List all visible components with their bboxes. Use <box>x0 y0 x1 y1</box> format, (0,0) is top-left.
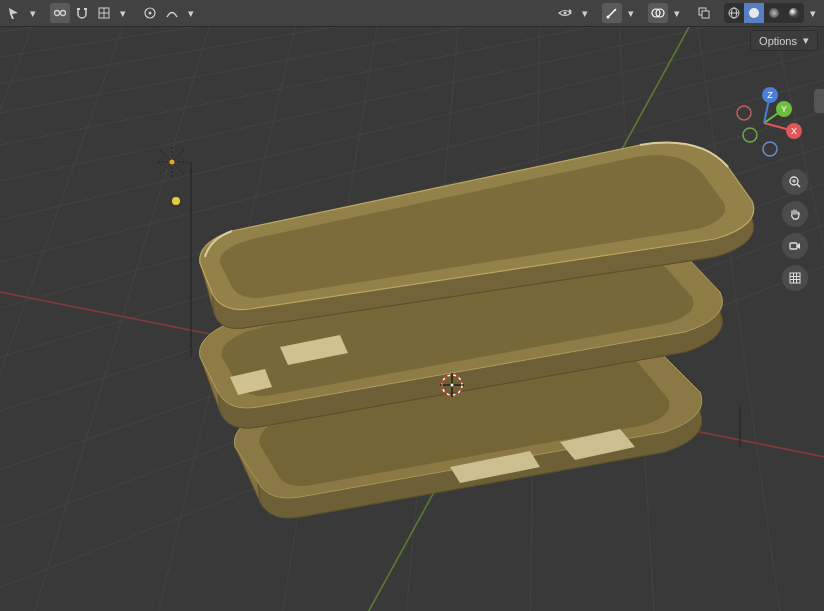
shading-rendered-icon[interactable] <box>784 3 804 23</box>
svg-rect-18 <box>702 11 709 18</box>
snap-toggle-icon[interactable] <box>72 3 92 23</box>
options-row: Options ▾ <box>750 30 818 51</box>
gizmo-neg-x-icon[interactable] <box>737 106 751 120</box>
viewport-overlays <box>0 27 824 611</box>
shading-solid-icon[interactable] <box>744 3 764 23</box>
zoom-tool-icon[interactable] <box>782 169 808 195</box>
light-indicator-icon <box>172 197 180 205</box>
scene-light-icon <box>158 147 191 357</box>
gizmo-x-label: X <box>791 126 797 136</box>
svg-line-12 <box>608 9 616 17</box>
perspective-toggle-icon[interactable] <box>782 265 808 291</box>
svg-point-10 <box>564 12 567 15</box>
proportional-falloff-dropdown-icon[interactable] <box>162 3 182 23</box>
svg-point-22 <box>749 8 759 18</box>
mode-dropdown-icon[interactable] <box>4 3 24 23</box>
visibility-dropdown-icon[interactable] <box>554 3 576 23</box>
viewport-header: ▾ ▾ ▾ ▾ ▾ ▾ <box>0 0 824 27</box>
mode-chevron-icon[interactable]: ▾ <box>26 7 40 20</box>
svg-point-54 <box>170 160 175 165</box>
svg-rect-70 <box>790 273 800 283</box>
svg-rect-3 <box>77 8 80 10</box>
gizmo-y-label: Y <box>781 104 787 114</box>
svg-point-24 <box>789 8 799 18</box>
svg-rect-68 <box>790 243 797 249</box>
gizmo-z-label: Z <box>767 90 773 100</box>
sidebar-expand-tab[interactable] <box>814 89 824 113</box>
overlay-toggle-icon[interactable] <box>648 3 668 23</box>
3d-cursor-icon <box>440 373 464 397</box>
snap-chevron-icon[interactable]: ▾ <box>116 7 130 20</box>
snap-target-dropdown-icon[interactable] <box>94 3 114 23</box>
gizmo-neg-y-icon[interactable] <box>743 128 757 142</box>
shading-chevron-icon[interactable]: ▾ <box>806 7 820 20</box>
gizmo-neg-z-icon[interactable] <box>763 142 777 156</box>
viewport-3d[interactable]: X Y Z <box>0 27 824 611</box>
gizmo-chevron-icon[interactable]: ▾ <box>624 7 638 20</box>
shading-matprev-icon[interactable] <box>764 3 784 23</box>
svg-point-14 <box>607 16 610 19</box>
options-label: Options <box>759 35 797 47</box>
svg-line-65 <box>797 184 800 187</box>
header-left-group: ▾ ▾ ▾ <box>4 3 198 23</box>
svg-point-59 <box>451 384 454 387</box>
gizmo-toggle-icon[interactable] <box>602 3 622 23</box>
navigation-gizmo[interactable]: X Y Z <box>728 87 800 159</box>
svg-point-1 <box>55 11 60 16</box>
falloff-chevron-icon[interactable]: ▾ <box>184 7 198 20</box>
header-right-group: ▾ ▾ ▾ ▾ <box>554 3 820 23</box>
svg-point-9 <box>149 12 152 15</box>
shading-wireframe-icon[interactable] <box>724 3 744 23</box>
options-chevron-icon: ▾ <box>803 34 809 47</box>
shading-mode-group <box>724 3 804 23</box>
proportional-edit-toggle-icon[interactable] <box>140 3 160 23</box>
overlay-chevron-icon[interactable]: ▾ <box>670 7 684 20</box>
svg-point-2 <box>61 11 66 16</box>
viewport-side-tools <box>782 169 808 291</box>
svg-point-23 <box>769 8 779 18</box>
options-dropdown[interactable]: Options ▾ <box>750 30 818 51</box>
visibility-chevron-icon[interactable]: ▾ <box>578 7 592 20</box>
xray-toggle-icon[interactable] <box>694 3 714 23</box>
svg-marker-0 <box>9 8 18 19</box>
camera-view-icon[interactable] <box>782 233 808 259</box>
pivot-dropdown-icon[interactable] <box>50 3 70 23</box>
pan-tool-icon[interactable] <box>782 201 808 227</box>
svg-rect-4 <box>84 8 87 10</box>
